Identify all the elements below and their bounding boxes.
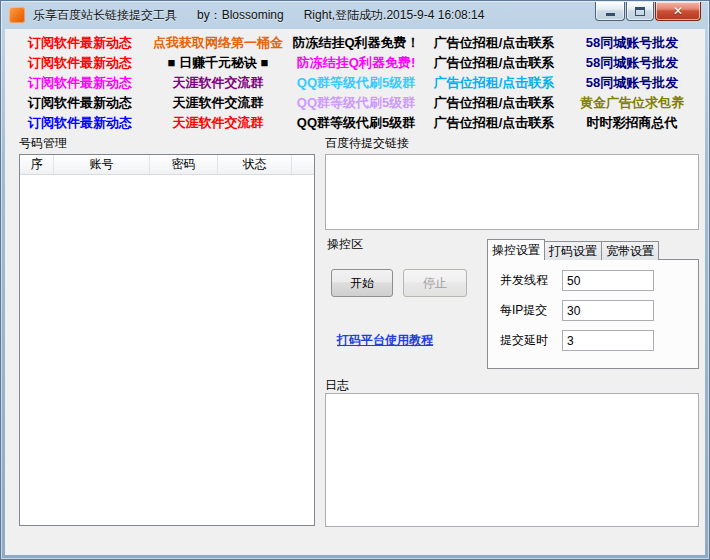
delay-label: 提交延时 bbox=[500, 332, 562, 349]
ad-link[interactable]: 防冻结挂Q利器免费! bbox=[287, 53, 425, 73]
ad-link[interactable]: 58同城账号批发 bbox=[563, 53, 701, 73]
column-header-status[interactable]: 状态 bbox=[218, 155, 292, 174]
captcha-tutorial-link[interactable]: 打码平台使用教程 bbox=[337, 332, 433, 349]
maximize-icon bbox=[635, 7, 645, 16]
ad-grid: 订阅软件最新动态点我获取网络第一桶金防冻结挂Q利器免费！广告位招租/点击联系58… bbox=[11, 33, 701, 133]
column-header-filler bbox=[292, 155, 314, 174]
ad-link[interactable]: ■ 日赚千元秘诀 ■ bbox=[149, 53, 287, 73]
per-ip-label: 每IP提交 bbox=[500, 302, 562, 319]
delay-field: 提交延时 bbox=[500, 330, 654, 351]
ad-link[interactable]: 时时彩招商总代 bbox=[563, 113, 701, 133]
close-icon: ✕ bbox=[673, 3, 683, 20]
caption-buttons: ✕ bbox=[594, 2, 701, 21]
client-area: 订阅软件最新动态点我获取网络第一桶金防冻结挂Q利器免费！广告位招租/点击联系58… bbox=[5, 29, 705, 555]
start-button[interactable]: 开始 bbox=[331, 269, 393, 297]
ad-link[interactable]: 订阅软件最新动态 bbox=[11, 73, 149, 93]
ad-link[interactable]: 天涯软件交流群 bbox=[149, 93, 287, 113]
window-login-status: Right,登陆成功.2015-9-4 16:08:14 bbox=[304, 7, 485, 24]
ad-link[interactable]: 订阅软件最新动态 bbox=[11, 33, 149, 53]
ad-link[interactable]: 广告位招租/点击联系 bbox=[425, 93, 563, 113]
listview-header: 序 账号 密码 状态 bbox=[20, 155, 314, 175]
window-title: 乐享百度站长链接提交工具 bbox=[33, 7, 177, 24]
ad-link[interactable]: 天涯软件交流群 bbox=[149, 113, 287, 133]
tab-broadband-settings[interactable]: 宽带设置 bbox=[601, 241, 659, 260]
threads-input[interactable] bbox=[562, 270, 654, 291]
minimize-button[interactable] bbox=[595, 2, 625, 21]
accounts-table[interactable]: 序 账号 密码 状态 bbox=[19, 154, 315, 526]
minimize-icon bbox=[606, 13, 615, 16]
links-textarea[interactable] bbox=[325, 154, 699, 230]
ad-link[interactable]: 广告位招租/点击联系 bbox=[425, 33, 563, 53]
titlebar[interactable]: 乐享百度站长链接提交工具 by：Blossoming Right,登陆成功.20… bbox=[1, 1, 709, 29]
accounts-table-body[interactable] bbox=[20, 175, 314, 525]
ad-link[interactable]: 订阅软件最新动态 bbox=[11, 93, 149, 113]
threads-label: 并发线程 bbox=[500, 272, 562, 289]
settings-tab-control: 操控设置 打码设置 宽带设置 并发线程 每IP提交 提交延时 bbox=[487, 239, 699, 369]
accounts-label: 号码管理 bbox=[19, 135, 67, 152]
ad-link[interactable]: 广告位招租/点击联系 bbox=[425, 73, 563, 93]
ad-link[interactable]: QQ群等级代刷5级群 bbox=[287, 73, 425, 93]
app-icon bbox=[9, 7, 25, 23]
per-ip-field: 每IP提交 bbox=[500, 300, 654, 321]
tab-captcha-settings[interactable]: 打码设置 bbox=[544, 241, 602, 260]
ad-link[interactable]: 点我获取网络第一桶金 bbox=[149, 33, 287, 53]
ad-link[interactable]: 广告位招租/点击联系 bbox=[425, 113, 563, 133]
links-label: 百度待提交链接 bbox=[325, 135, 409, 152]
ad-link[interactable]: 58同城账号批发 bbox=[563, 33, 701, 53]
column-header-index[interactable]: 序 bbox=[20, 155, 54, 174]
app-window: 乐享百度站长链接提交工具 by：Blossoming Right,登陆成功.20… bbox=[0, 0, 710, 560]
close-button[interactable]: ✕ bbox=[655, 2, 701, 21]
ad-link[interactable]: 订阅软件最新动态 bbox=[11, 113, 149, 133]
ad-link[interactable]: QQ群等级代刷5级群 bbox=[287, 113, 425, 133]
ad-link[interactable]: 订阅软件最新动态 bbox=[11, 53, 149, 73]
ad-link[interactable]: 58同城账号批发 bbox=[563, 73, 701, 93]
stop-button[interactable]: 停止 bbox=[403, 269, 467, 297]
ad-link[interactable]: 天涯软件交流群 bbox=[149, 73, 287, 93]
delay-input[interactable] bbox=[562, 330, 654, 351]
ad-link[interactable]: 黄金广告位求包养 bbox=[563, 93, 701, 113]
maximize-button[interactable] bbox=[626, 2, 654, 21]
column-header-account[interactable]: 账号 bbox=[54, 155, 150, 174]
ad-link[interactable]: QQ群等级代刷5级群 bbox=[287, 93, 425, 113]
per-ip-input[interactable] bbox=[562, 300, 654, 321]
ad-link[interactable]: 广告位招租/点击联系 bbox=[425, 53, 563, 73]
log-label: 日志 bbox=[325, 377, 349, 394]
settings-panel: 并发线程 每IP提交 提交延时 bbox=[487, 259, 699, 369]
tab-control-settings[interactable]: 操控设置 bbox=[487, 239, 545, 260]
settings-tab-strip: 操控设置 打码设置 宽带设置 bbox=[487, 239, 659, 260]
column-header-password[interactable]: 密码 bbox=[150, 155, 218, 174]
threads-field: 并发线程 bbox=[500, 270, 654, 291]
log-textarea[interactable] bbox=[325, 393, 699, 527]
ad-link[interactable]: 防冻结挂Q利器免费！ bbox=[287, 33, 425, 53]
window-byline: by：Blossoming bbox=[197, 7, 284, 24]
control-label: 操控区 bbox=[327, 236, 363, 253]
